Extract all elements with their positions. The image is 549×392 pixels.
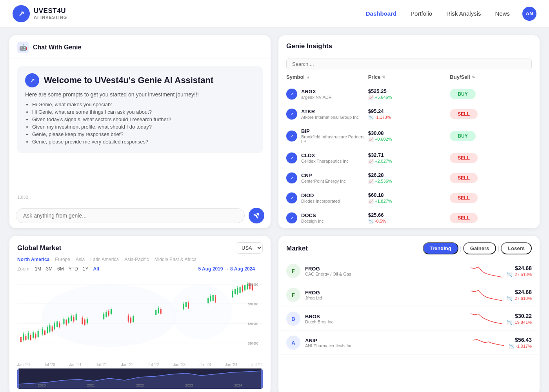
prompt-6[interactable]: Genie, please provide me very detailed r… xyxy=(32,139,255,145)
trending-avatar-frog2: F xyxy=(286,288,300,302)
action-cnp[interactable]: SELL xyxy=(450,173,478,183)
prompt-3[interactable]: Given today's signals, what sectors shou… xyxy=(32,116,255,122)
market-trending-card: Market Trending | Gainers | Losers F FRO… xyxy=(278,236,540,392)
tab-trending[interactable]: Trending xyxy=(423,242,458,254)
action-bip[interactable]: BUY xyxy=(450,131,475,141)
stock-avatar-bip: ↗ xyxy=(286,131,297,142)
x-label-jan23: Jan '23 xyxy=(173,363,185,367)
insights-search-input[interactable] xyxy=(286,58,532,70)
sparkline-frog1 xyxy=(471,264,502,278)
insights-header: Genie Insights xyxy=(278,35,540,55)
trending-ticker-frog1: FROG xyxy=(305,266,466,272)
price-atkr: $95.24 📉 -1.173% xyxy=(368,108,450,120)
x-label-jul22: Jul '22 xyxy=(148,363,159,367)
date-range: 5 Aug 2019 → 8 Aug 2024 xyxy=(198,266,263,272)
table-row: ↗ CNP CenterPoint Energy Inc $26.28 📈 +2… xyxy=(278,168,540,188)
main-grid: 🤖 Chat With Genie ↗ Welcome to UVest4u's… xyxy=(0,27,549,392)
trending-stock-info-frog1: FROG CAC Energy / Oil & Gas xyxy=(305,266,466,276)
zoom-3m[interactable]: 3M xyxy=(44,265,55,272)
stock-details-atkr: ATKR Atkore International Group Inc xyxy=(301,109,359,120)
bot-icon: 🤖 xyxy=(17,42,29,53)
ticker-cldx: CLDX xyxy=(301,152,349,158)
nav-portfolio[interactable]: Portfolio xyxy=(411,10,432,17)
region-tab-latam[interactable]: Latin America xyxy=(90,257,119,262)
region-tab-apac[interactable]: Asia-Pacific xyxy=(124,257,149,262)
nav-news[interactable]: News xyxy=(495,10,510,17)
stock-avatar-argx: ↗ xyxy=(286,89,297,100)
logo-text: UVEST4U AI INVESTING xyxy=(34,7,67,20)
trending-price-anip: $56.43 📉 -1.017% xyxy=(509,337,532,349)
table-row: ↗ DOCS Docsign Inc $25.66 📉 -0.5% SELL xyxy=(278,208,540,228)
chat-input[interactable] xyxy=(16,208,245,223)
x-label-jan24: Jan '24 xyxy=(225,363,238,367)
global-market-card: Global Market USA North America Europe A… xyxy=(9,236,271,392)
prompt-2[interactable]: Hi Genie, what are some things I can ask… xyxy=(32,109,255,115)
tab-gainers[interactable]: Gainers xyxy=(463,242,496,254)
logo-icon: ↗ xyxy=(13,5,30,22)
ticker-atkr: ATKR xyxy=(301,109,359,114)
zoom-all[interactable]: All xyxy=(91,265,101,272)
zoom-label: Zoom xyxy=(17,266,29,272)
sparkline-frog2 xyxy=(471,288,502,302)
brand-name: UVEST4U xyxy=(34,7,67,15)
trending-tabs: Trending | Gainers | Losers xyxy=(423,242,532,254)
action-atkr[interactable]: SELL xyxy=(450,109,478,119)
price-cnp: $26.28 📈 +2.536% xyxy=(368,172,450,184)
svg-text:$20,000: $20,000 xyxy=(248,341,258,345)
region-tab-mea[interactable]: Middle East & Africa xyxy=(155,257,196,262)
sort-arrow-buysell: ⇅ xyxy=(472,75,475,79)
stock-avatar-cnp: ↗ xyxy=(286,172,297,183)
name-cldx: Celldex Therapeutics Inc xyxy=(301,159,349,163)
chat-send-button[interactable] xyxy=(249,208,264,223)
region-select[interactable]: USA xyxy=(236,242,263,254)
table-row: ↗ ARGX argenx NV ADR $525.25 📈 +5.646% B… xyxy=(278,84,540,104)
chat-card: 🤖 Chat With Genie ↗ Welcome to UVest4u's… xyxy=(9,35,271,228)
zoom-ytd[interactable]: YTD xyxy=(66,265,80,272)
table-row: ↗ ATKR Atkore International Group Inc $9… xyxy=(278,104,540,124)
region-tab-eu[interactable]: Europe xyxy=(55,257,70,262)
trending-avatar-bros: B xyxy=(286,312,300,326)
trending-stock-info-bros: BROS Dutch Bros Inc xyxy=(305,314,466,324)
user-avatar[interactable]: AN xyxy=(522,7,536,21)
chat-header: 🤖 Chat With Genie xyxy=(9,35,271,58)
action-argx[interactable]: BUY xyxy=(450,89,475,99)
action-cldx[interactable]: SELL xyxy=(450,153,478,163)
tab-losers[interactable]: Losers xyxy=(501,242,532,254)
table-row: ↗ CLDX Celldex Therapeutics Inc $32.71 📈… xyxy=(278,148,540,168)
chat-title: Chat With Genie xyxy=(33,44,81,51)
sort-arrow-price: ⇅ xyxy=(382,75,385,79)
prompt-5[interactable]: Genie, please keep my responses brief? xyxy=(32,131,255,137)
trending-ticker-frog2: FROG xyxy=(305,290,466,296)
candlestick-svg: $50,000 $40,000 $30,000 $20,000 xyxy=(17,276,263,355)
prompt-1[interactable]: Hi Genie, what makes you special? xyxy=(32,102,255,107)
trending-ticker-bros: BROS xyxy=(305,314,466,319)
trending-name-bros: Dutch Bros Inc xyxy=(305,319,466,324)
logo-area: ↗ UVEST4U AI INVESTING xyxy=(13,5,67,22)
insights-title: Genie Insights xyxy=(286,42,532,50)
nav-risk-analysis[interactable]: Risk Analysis xyxy=(446,10,481,17)
ticker-bip: BIP xyxy=(301,128,368,134)
svg-text:$40,000: $40,000 xyxy=(248,302,258,306)
region-tab-na[interactable]: North America xyxy=(17,257,49,262)
ticker-diod: DIOD xyxy=(301,192,340,198)
stock-avatar-docs: ↗ xyxy=(286,212,297,223)
zoom-6m[interactable]: 6M xyxy=(55,265,66,272)
insights-card: Genie Insights Symbol ▲ Price ⇅ Buy/Sell… xyxy=(278,35,540,228)
col-buysell: Buy/Sell ⇅ xyxy=(450,74,532,80)
stock-avatar-cldx: ↗ xyxy=(286,152,297,163)
nav-dashboard[interactable]: Dashboard xyxy=(366,10,396,17)
prompt-4[interactable]: Given my investment profile, what should… xyxy=(32,124,255,130)
svg-text:$30,000: $30,000 xyxy=(248,322,258,326)
stock-details-argx: ARGX argenx NV ADR xyxy=(301,89,332,100)
trending-name-frog2: Jfrog Ltd xyxy=(305,296,466,300)
price-docs: $25.66 📉 -0.5% xyxy=(368,212,450,224)
svg-point-7 xyxy=(171,284,232,339)
action-docs[interactable]: SELL xyxy=(450,213,478,223)
zoom-1y[interactable]: 1Y xyxy=(80,265,91,272)
x-label-jul21: Jul '21 xyxy=(96,363,107,367)
price-cldx: $32.71 📈 +2.027% xyxy=(368,152,450,164)
zoom-row: Zoom 1M 3M 6M YTD 1Y All 5 Aug 2019 → 8 … xyxy=(9,262,271,272)
action-diod[interactable]: SELL xyxy=(450,193,478,203)
region-tab-asia[interactable]: Asia xyxy=(76,257,85,262)
zoom-1m[interactable]: 1M xyxy=(33,265,44,272)
